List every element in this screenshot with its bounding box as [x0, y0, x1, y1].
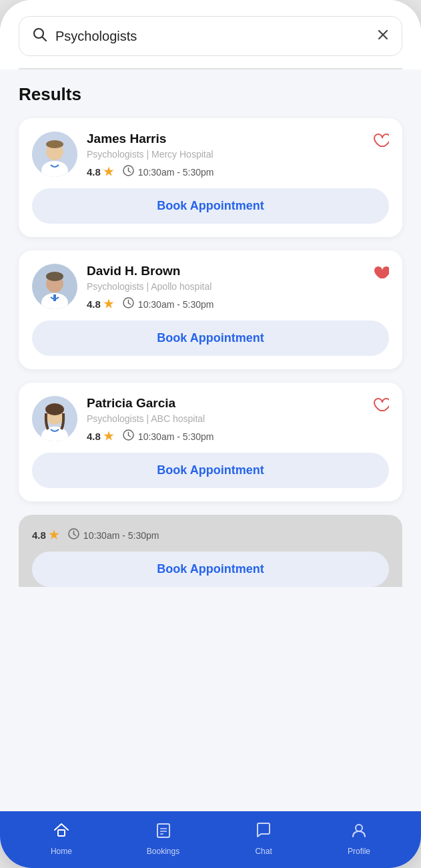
doctor-card-2: David H. Brown Psychologists | Apollo ho…	[19, 250, 402, 369]
card-top-1: James Harris Psychologists | Mercy Hospi…	[32, 132, 389, 179]
clock-icon-3	[123, 429, 134, 443]
bookings-icon	[154, 821, 173, 844]
doctor-rating-time-4: 4.8 ★ 10:30am - 5:30pm	[32, 528, 389, 542]
svg-point-37	[356, 825, 362, 831]
chat-icon	[254, 821, 273, 844]
nav-label-bookings: Bookings	[147, 847, 179, 856]
search-bar-container: Psychologists	[0, 0, 421, 69]
doctor-card-3: Patricia Garcia Psychologists | ABC hosp…	[19, 383, 402, 501]
nav-item-bookings[interactable]: Bookings	[147, 821, 179, 856]
hours-2: 10:30am - 5:30pm	[138, 299, 214, 310]
svg-line-1	[43, 37, 47, 41]
clock-icon-1	[123, 165, 134, 179]
time-info-4: 10:30am - 5:30pm	[68, 528, 159, 542]
doctor-info-1: James Harris Psychologists | Mercy Hospi…	[87, 132, 389, 179]
doctor-rating-time-2: 4.8 ★ 10:30am - 5:30pm	[87, 297, 389, 311]
hours-1: 10:30am - 5:30pm	[138, 167, 214, 178]
svg-line-20	[128, 303, 130, 304]
star-icon-3: ★	[103, 429, 113, 443]
nav-label-profile: Profile	[348, 847, 370, 856]
svg-rect-6	[49, 162, 60, 174]
book-appointment-btn-1[interactable]: Book Appointment	[32, 188, 389, 224]
doctor-specialty-3: Psychologists | ABC hospital	[87, 413, 389, 424]
search-input[interactable]: Psychologists	[55, 29, 368, 44]
time-info-2: 10:30am - 5:30pm	[123, 297, 214, 311]
results-title: Results	[19, 84, 402, 105]
svg-line-28	[128, 435, 130, 437]
results-container: Results	[0, 69, 421, 811]
rating-value-2: 4.8	[87, 298, 101, 310]
avatar-1	[32, 132, 77, 177]
nav-item-profile[interactable]: Profile	[348, 821, 370, 856]
bottom-nav: Home Bookings Chat	[0, 811, 421, 868]
favorite-btn-1[interactable]	[372, 132, 389, 154]
doctor-name-1: James Harris	[87, 132, 389, 146]
svg-rect-32	[58, 830, 65, 836]
book-appointment-btn-3[interactable]: Book Appointment	[32, 453, 389, 488]
hours-3: 10:30am - 5:30pm	[138, 431, 214, 442]
doctor-specialty-1: Psychologists | Mercy Hospital	[87, 149, 389, 160]
search-icon	[31, 26, 47, 46]
nav-item-home[interactable]: Home	[51, 821, 72, 856]
favorite-btn-2[interactable]	[372, 264, 389, 286]
phone-frame: Psychologists Results	[0, 0, 421, 868]
svg-rect-17	[53, 294, 56, 301]
nav-label-home: Home	[51, 847, 72, 856]
rating-2: 4.8 ★	[87, 297, 113, 311]
nav-label-chat: Chat	[255, 847, 272, 856]
doctor-name-2: David H. Brown	[87, 264, 389, 278]
profile-icon	[350, 821, 368, 844]
doctor-info-3: Patricia Garcia Psychologists | ABC hosp…	[87, 396, 389, 443]
book-appointment-btn-4[interactable]: Book Appointment	[32, 552, 389, 587]
home-icon	[52, 821, 71, 844]
clock-icon-2	[123, 297, 134, 311]
svg-line-31	[73, 534, 75, 535]
doctor-rating-time-3: 4.8 ★ 10:30am - 5:30pm	[87, 429, 389, 443]
favorite-btn-3[interactable]	[372, 396, 389, 418]
rating-value-3: 4.8	[87, 431, 101, 442]
time-info-1: 10:30am - 5:30pm	[123, 165, 214, 179]
time-info-3: 10:30am - 5:30pm	[123, 429, 214, 443]
rating-1: 4.8 ★	[87, 165, 113, 179]
svg-line-11	[128, 171, 130, 172]
clock-icon-4	[68, 528, 79, 542]
rating-3: 4.8 ★	[87, 429, 113, 443]
card-top-2: David H. Brown Psychologists | Apollo ho…	[32, 264, 389, 311]
doctor-rating-time-1: 4.8 ★ 10:30am - 5:30pm	[87, 165, 389, 179]
rating-4: 4.8 ★	[32, 528, 59, 542]
avatar-3	[32, 396, 77, 441]
book-appointment-btn-2[interactable]: Book Appointment	[32, 320, 389, 356]
doctor-info-2: David H. Brown Psychologists | Apollo ho…	[87, 264, 389, 311]
rating-value-4: 4.8	[32, 529, 46, 541]
doctor-name-3: Patricia Garcia	[87, 396, 389, 411]
doctor-card-1: James Harris Psychologists | Mercy Hospi…	[19, 118, 402, 237]
nav-item-chat[interactable]: Chat	[254, 821, 273, 856]
svg-rect-33	[157, 824, 169, 837]
svg-point-16	[46, 272, 63, 281]
doctor-specialty-2: Psychologists | Apollo hospital	[87, 281, 389, 292]
star-icon-1: ★	[103, 165, 113, 179]
card-top-3: Patricia Garcia Psychologists | ABC hosp…	[32, 396, 389, 443]
doctor-card-4-partial: 4.8 ★ 10:30am - 5:30pm Book Appointment	[19, 515, 402, 587]
svg-point-25	[45, 403, 64, 415]
star-icon-2: ★	[103, 297, 113, 311]
avatar-2	[32, 264, 77, 309]
svg-point-8	[46, 140, 63, 148]
close-icon[interactable]	[376, 28, 390, 45]
hours-4: 10:30am - 5:30pm	[83, 530, 159, 541]
search-bar: Psychologists	[19, 16, 402, 56]
star-icon-4: ★	[49, 528, 59, 542]
rating-value-1: 4.8	[87, 166, 101, 178]
